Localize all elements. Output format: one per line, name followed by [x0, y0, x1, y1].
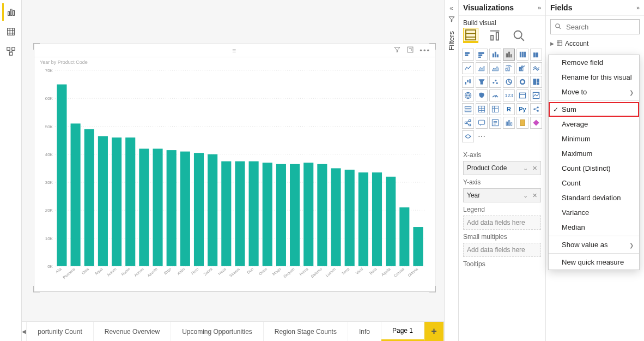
field-search-input[interactable]	[565, 22, 644, 32]
model-view-button[interactable]	[2, 43, 20, 60]
chart-bar[interactable]	[180, 152, 190, 266]
table-node-account[interactable]: ▶ Account	[550, 39, 640, 49]
chart-bar[interactable]	[112, 137, 121, 266]
viz-type-option[interactable]	[517, 76, 528, 88]
more-options-icon[interactable]: •••	[420, 46, 430, 55]
chart-bar[interactable]	[235, 161, 245, 266]
menu-show-value-as[interactable]: Show value as❯	[549, 237, 639, 252]
chart-bar[interactable]	[317, 164, 327, 266]
viz-type-option[interactable]	[517, 49, 528, 61]
viz-type-option[interactable]	[489, 62, 501, 74]
viz-type-option[interactable]	[476, 89, 488, 101]
y-axis-well[interactable]: Year ⌄✕	[463, 188, 541, 202]
chart-bar[interactable]	[139, 149, 149, 266]
page-tab[interactable]: Revenue Overview	[94, 322, 171, 341]
viz-type-option[interactable]	[462, 130, 474, 142]
viz-type-option[interactable]: Py	[517, 103, 528, 115]
menu-minimum[interactable]: Minimum	[549, 131, 639, 146]
viz-type-option[interactable]	[517, 89, 528, 101]
viz-type-option[interactable]	[462, 103, 474, 115]
report-view-button[interactable]	[2, 3, 20, 21]
focus-mode-icon[interactable]	[406, 46, 414, 55]
drag-handle-icon[interactable]: ≡	[232, 47, 237, 55]
menu-maximum[interactable]: Maximum	[549, 146, 639, 161]
viz-type-option[interactable]	[530, 117, 542, 129]
chart-bar[interactable]	[399, 207, 409, 266]
viz-type-option[interactable]: ⋯	[476, 130, 488, 142]
viz-type-option[interactable]	[476, 117, 488, 129]
y-axis-dropdown[interactable]: ⌄	[523, 192, 528, 199]
viz-type-option[interactable]: R	[503, 103, 515, 115]
chart-bar[interactable]	[57, 85, 66, 266]
menu-average[interactable]: Average	[549, 117, 639, 131]
collapse-fields-button[interactable]: »	[636, 4, 640, 11]
chart-bar[interactable]	[386, 177, 396, 266]
chart-bar[interactable]	[345, 170, 355, 266]
chart-bar[interactable]	[194, 153, 204, 266]
chart-bar[interactable]	[276, 164, 286, 266]
chart-bar[interactable]	[413, 227, 423, 266]
chart-bar[interactable]	[167, 150, 177, 266]
viz-type-option[interactable]	[530, 76, 542, 88]
chart-bar[interactable]	[359, 172, 368, 266]
viz-type-option[interactable]	[489, 117, 501, 129]
viz-type-option[interactable]	[503, 49, 515, 61]
page-tab[interactable]: Page 1	[381, 322, 424, 341]
chart-bar[interactable]	[221, 161, 231, 266]
viz-type-option[interactable]	[530, 103, 542, 115]
viz-type-option[interactable]	[476, 62, 488, 74]
chart-visual[interactable]: ≡ ••• Year by Product Code 0K10K20K30K40…	[34, 44, 435, 292]
menu-rename[interactable]: Rename for this visual	[549, 70, 639, 85]
viz-type-option[interactable]	[503, 76, 515, 88]
chart-bar[interactable]	[153, 149, 162, 266]
viz-type-option[interactable]	[530, 49, 542, 61]
field-search[interactable]	[550, 19, 640, 34]
menu-remove-field[interactable]: Remove field	[549, 55, 639, 70]
legend-well[interactable]: Add data fields here	[463, 216, 541, 230]
data-view-button[interactable]	[2, 23, 20, 40]
chart-bar[interactable]	[263, 163, 272, 266]
viz-type-option[interactable]	[489, 103, 501, 115]
chart-bar[interactable]	[98, 136, 108, 266]
x-axis-well[interactable]: Product Code ⌄✕	[463, 161, 541, 175]
chart-bar[interactable]	[331, 168, 341, 266]
small-multiples-well[interactable]: Add data fields here	[463, 243, 541, 257]
viz-type-option[interactable]	[476, 49, 488, 61]
chart-bar[interactable]	[290, 164, 300, 266]
viz-type-option[interactable]: 123	[503, 89, 515, 101]
viz-type-option[interactable]	[462, 76, 474, 88]
viz-type-option[interactable]	[530, 62, 542, 74]
analytics-tab[interactable]	[511, 28, 526, 43]
page-tab[interactable]: Info	[348, 322, 381, 341]
resize-handle-bl[interactable]	[33, 286, 40, 292]
y-axis-remove[interactable]: ✕	[532, 192, 537, 199]
filters-label[interactable]: Filters	[447, 31, 455, 50]
viz-type-option[interactable]	[489, 76, 501, 88]
viz-type-option[interactable]	[489, 49, 501, 61]
menu-count-distinct[interactable]: Count (Distinct)	[549, 161, 639, 176]
menu-median[interactable]: Median	[549, 220, 639, 235]
resize-handle-br[interactable]	[429, 286, 436, 292]
chart-bar[interactable]	[125, 137, 135, 266]
menu-variance[interactable]: Variance	[549, 205, 639, 220]
viz-type-option[interactable]	[462, 117, 474, 129]
viz-type-option[interactable]	[462, 89, 474, 101]
menu-new-quick-measure[interactable]: New quick measure	[549, 255, 639, 270]
chart-bar[interactable]	[303, 163, 313, 266]
page-tab[interactable]: Upcoming Opportunities	[171, 322, 264, 341]
chart-bar[interactable]	[71, 123, 81, 266]
x-axis-dropdown[interactable]: ⌄	[523, 165, 528, 172]
menu-move-to[interactable]: Move to❯	[549, 85, 639, 99]
viz-type-option[interactable]	[517, 117, 528, 129]
menu-std-dev[interactable]: Standard deviation	[549, 190, 639, 205]
page-tab[interactable]: portunity Count	[27, 322, 93, 341]
viz-type-option[interactable]	[503, 62, 515, 74]
viz-type-option[interactable]	[517, 62, 528, 74]
filter-icon[interactable]	[393, 46, 401, 55]
menu-count[interactable]: Count	[549, 176, 639, 190]
viz-type-option[interactable]	[503, 117, 515, 129]
viz-type-option[interactable]	[476, 76, 488, 88]
build-visual-tab[interactable]	[463, 28, 478, 43]
viz-type-option[interactable]	[462, 62, 474, 74]
chart-bar[interactable]	[249, 161, 259, 266]
